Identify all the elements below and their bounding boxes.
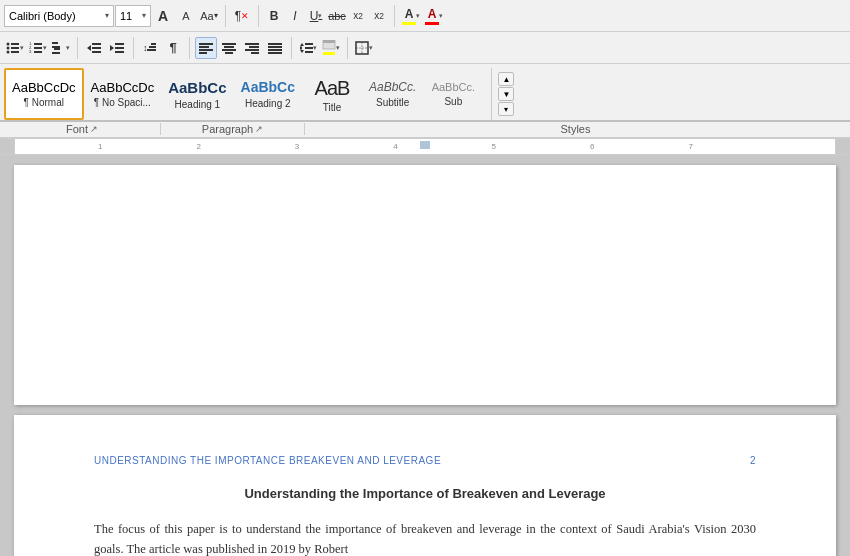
style-normal[interactable]: AaBbCcDc ¶ Normal bbox=[4, 68, 84, 120]
text-effects-group: A ▾ A ▾ bbox=[400, 5, 445, 27]
styles-more[interactable]: ▾ bbox=[498, 102, 514, 116]
style-heading2[interactable]: AaBbCc Heading 2 bbox=[234, 68, 302, 120]
style-nospace[interactable]: AaBbCcDc ¶ No Spaci... bbox=[84, 68, 162, 120]
font-name-value: Calibri (Body) bbox=[9, 10, 105, 22]
svg-point-2 bbox=[7, 46, 10, 49]
svg-rect-37 bbox=[249, 46, 259, 48]
svg-rect-12 bbox=[52, 42, 58, 44]
styles-scroll-down[interactable]: ▼ bbox=[498, 87, 514, 101]
styles-scroll-up[interactable]: ▲ bbox=[498, 72, 514, 86]
font-group: Calibri (Body) ▾ 11 ▾ A A Aa▾ bbox=[4, 5, 220, 27]
clear-formatting-button[interactable]: ¶✕ bbox=[231, 5, 253, 27]
svg-rect-35 bbox=[225, 52, 233, 54]
bold-button[interactable]: B bbox=[264, 6, 284, 26]
align-right-button[interactable] bbox=[241, 37, 263, 59]
font-color-button[interactable]: A ▾ bbox=[423, 5, 445, 27]
strikethrough-button[interactable]: abc bbox=[327, 6, 347, 26]
numbering-button[interactable]: 1.2.3. ▾ bbox=[27, 37, 49, 59]
style-h1-label: Heading 1 bbox=[175, 99, 221, 110]
align-left-button[interactable] bbox=[195, 37, 217, 59]
align-center-button[interactable] bbox=[218, 37, 240, 59]
page-body: The focus of this paper is to understand… bbox=[94, 519, 756, 556]
show-marks-button[interactable]: ¶ bbox=[162, 37, 184, 59]
line-spacing-button[interactable]: ▾ bbox=[297, 37, 319, 59]
page-header: UNDERSTANDING THE IMPORTANCE BREAKEVEN A… bbox=[94, 455, 756, 466]
svg-rect-21 bbox=[115, 43, 124, 45]
svg-rect-43 bbox=[268, 52, 282, 54]
change-case-button[interactable]: Aa▾ bbox=[198, 5, 220, 27]
svg-rect-48 bbox=[305, 47, 313, 49]
font-size-selector[interactable]: 11 ▾ bbox=[115, 5, 151, 27]
svg-rect-27 bbox=[147, 49, 156, 51]
style-sub[interactable]: AaBbCc. Sub bbox=[423, 68, 483, 120]
section-labels: Font ↗ Paragraph ↗ Styles bbox=[0, 122, 850, 138]
italic-button[interactable]: I bbox=[285, 6, 305, 26]
shading-button[interactable]: ▾ bbox=[320, 37, 342, 59]
sep4 bbox=[77, 37, 78, 59]
styles-row: AaBbCcDc ¶ Normal AaBbCcDc ¶ No Spaci...… bbox=[0, 64, 850, 122]
decrease-indent-button[interactable] bbox=[83, 37, 105, 59]
svg-rect-14 bbox=[54, 48, 60, 50]
sep1 bbox=[225, 5, 226, 27]
svg-rect-32 bbox=[222, 43, 236, 45]
sep8 bbox=[347, 37, 348, 59]
style-h2-label: Heading 2 bbox=[245, 98, 291, 109]
svg-rect-34 bbox=[222, 49, 236, 51]
style-heading1[interactable]: AaBbCc Heading 1 bbox=[161, 68, 233, 120]
style-title-preview: AaB bbox=[315, 76, 350, 100]
font-name-selector[interactable]: Calibri (Body) ▾ bbox=[4, 5, 114, 27]
shrink-font-button[interactable]: A bbox=[175, 5, 197, 27]
superscript-button[interactable]: x2 bbox=[369, 6, 389, 26]
svg-rect-29 bbox=[199, 46, 209, 48]
style-title[interactable]: AaB Title bbox=[302, 68, 362, 120]
page-header-title: UNDERSTANDING THE IMPORTANCE BREAKEVEN A… bbox=[94, 455, 441, 466]
ruler: 1 2 3 4 5 6 7 bbox=[0, 139, 850, 155]
sep6 bbox=[189, 37, 190, 59]
style-sub-preview: AaBbCc. bbox=[432, 81, 475, 94]
svg-rect-31 bbox=[199, 52, 207, 54]
text-highlight-button[interactable]: A ▾ bbox=[400, 5, 422, 27]
borders-button[interactable]: ▾ bbox=[353, 37, 375, 59]
svg-rect-18 bbox=[92, 47, 101, 49]
svg-rect-36 bbox=[245, 43, 259, 45]
svg-rect-15 bbox=[52, 52, 60, 54]
styles-label-text: Styles bbox=[561, 123, 591, 135]
sort-button[interactable]: ↕ bbox=[139, 37, 161, 59]
font-section-arrow[interactable]: ↗ bbox=[90, 124, 98, 134]
increase-indent-button[interactable] bbox=[106, 37, 128, 59]
svg-rect-5 bbox=[11, 51, 19, 53]
svg-rect-38 bbox=[245, 49, 259, 51]
underline-button[interactable]: U▾ bbox=[306, 6, 326, 26]
ruler-tab-marker[interactable] bbox=[420, 141, 430, 149]
toolbar-top-row: Calibri (Body) ▾ 11 ▾ A A Aa▾ ¶✕ B I U▾ … bbox=[0, 0, 850, 32]
svg-point-0 bbox=[7, 42, 10, 45]
style-nospace-preview: AaBbCcDc bbox=[91, 80, 155, 96]
style-subtitle-preview: AaBbCc. bbox=[369, 80, 416, 94]
page-body-text: The focus of this paper is to understand… bbox=[94, 522, 756, 556]
svg-rect-30 bbox=[199, 49, 213, 51]
svg-rect-17 bbox=[92, 43, 101, 45]
style-normal-preview: AaBbCcDc bbox=[12, 80, 76, 96]
page-2: UNDERSTANDING THE IMPORTANCE BREAKEVEN A… bbox=[14, 415, 836, 556]
toolbar-bottom-row: ▾ 1.2.3. ▾ ▾ ↕ ¶ bbox=[0, 32, 850, 64]
page-number: 2 bbox=[750, 455, 756, 466]
svg-marker-20 bbox=[110, 45, 114, 51]
font-size-value: 11 bbox=[120, 10, 142, 22]
sep3 bbox=[394, 5, 395, 27]
styles-section-label: Styles bbox=[305, 123, 846, 135]
justify-button[interactable] bbox=[264, 37, 286, 59]
style-nospace-label: ¶ No Spaci... bbox=[94, 97, 151, 108]
page-1-content bbox=[14, 165, 836, 405]
bullets-button[interactable]: ▾ bbox=[4, 37, 26, 59]
format-group: ¶✕ bbox=[231, 5, 253, 27]
style-subtitle[interactable]: AaBbCc. Subtitle bbox=[362, 68, 423, 120]
multilevel-list-button[interactable]: ▾ bbox=[50, 37, 72, 59]
paragraph-section-arrow[interactable]: ↗ bbox=[255, 124, 263, 134]
subscript-button[interactable]: x2 bbox=[348, 6, 368, 26]
svg-rect-49 bbox=[305, 51, 313, 53]
svg-rect-40 bbox=[268, 43, 282, 45]
sep2 bbox=[258, 5, 259, 27]
grow-font-button[interactable]: A bbox=[152, 5, 174, 27]
style-subtitle-label: Subtitle bbox=[376, 97, 409, 108]
svg-rect-28 bbox=[199, 43, 213, 45]
